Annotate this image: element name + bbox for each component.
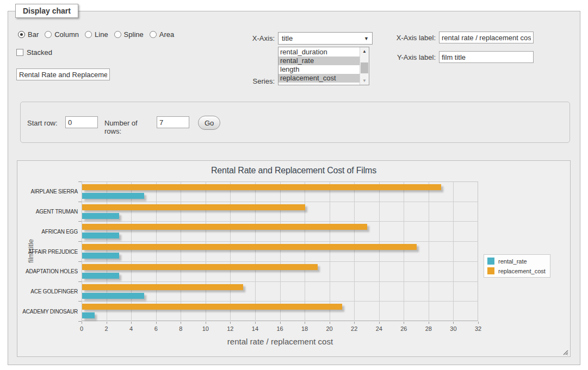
x-tick-label: 8 (174, 325, 188, 332)
chart-type-option-label: Area (159, 30, 174, 39)
series-label: Series: (215, 77, 275, 85)
gridline-horizontal (82, 241, 478, 242)
stacked-checkbox[interactable] (16, 49, 23, 56)
radio-icon (18, 31, 25, 38)
chart-type-option-area[interactable]: Area (150, 30, 174, 39)
y-tick-mark (78, 241, 82, 242)
x-axis-label-input[interactable] (439, 32, 534, 43)
legend-row: rental_rate (487, 258, 546, 265)
bar-replacement_cost (82, 284, 243, 290)
chart-resize-handle[interactable] (562, 349, 568, 355)
series-option-replacement_cost[interactable]: replacement_cost (278, 74, 360, 83)
x-axis-label-field-label: X-Axis label: (383, 34, 436, 42)
x-tick-label: 16 (273, 325, 287, 332)
scroll-up-icon[interactable]: ▲ (360, 47, 369, 55)
bar-replacement_cost (82, 224, 367, 230)
x-tick-mark (280, 322, 281, 324)
bar-replacement_cost (82, 264, 318, 270)
radio-icon (150, 31, 157, 38)
x-tick-mark (330, 322, 330, 324)
series-option-rental_rate[interactable]: rental_rate (278, 57, 360, 65)
category-label: ADAPTATION HOLES (22, 268, 78, 274)
chart-area: Rental Rate and Replacement Cost of Film… (17, 160, 571, 357)
x-tick-mark (131, 322, 132, 324)
series-listbox-options: rental_durationrental_ratelengthreplacem… (278, 47, 360, 85)
gridline-vertical (131, 181, 132, 321)
y-tick-mark (78, 181, 82, 182)
x-tick-mark (305, 322, 305, 324)
series-listbox-scrollbar[interactable]: ▲ ▼ (360, 47, 369, 85)
x-tick-mark (404, 322, 404, 324)
x-tick-label: 26 (397, 325, 411, 332)
gridline-vertical (453, 181, 454, 321)
category-label: AGENT TRUMAN (22, 209, 78, 215)
scroll-down-icon[interactable]: ▼ (360, 77, 369, 85)
legend-swatch-replacement_cost (487, 267, 494, 274)
x-tick-mark (181, 322, 181, 324)
y-tick-mark (78, 281, 82, 282)
series-option-rental_duration[interactable]: rental_duration (278, 48, 360, 57)
y-tick-mark (78, 301, 82, 302)
stacked-label: Stacked (27, 48, 52, 57)
bar-rental_rate (82, 293, 144, 299)
y-axis-label-input[interactable] (439, 51, 534, 63)
chart-type-option-label: Spline (124, 30, 144, 39)
bar-rental_rate (82, 233, 119, 239)
chart-type-option-label: Line (95, 30, 108, 39)
radio-icon (85, 31, 92, 38)
gridline-vertical (354, 181, 355, 321)
series-option-length[interactable]: length (278, 65, 360, 74)
chart-type-option-line[interactable]: Line (85, 30, 108, 39)
gridline-vertical (280, 181, 281, 321)
x-tick-mark (354, 322, 355, 324)
gridline-vertical (206, 181, 206, 321)
chart-type-option-bar[interactable]: Bar (18, 30, 39, 39)
bar-rental_rate (82, 312, 95, 318)
x-tick-label: 10 (199, 325, 213, 332)
gridline-vertical (429, 181, 429, 321)
x-tick-label: 22 (347, 325, 361, 332)
x-tick-label: 24 (372, 325, 386, 332)
y-tick-mark (78, 221, 82, 222)
x-axis-select-value: title (282, 34, 364, 42)
stacked-row: Stacked (16, 48, 52, 57)
x-tick-mark (255, 322, 256, 324)
x-tick-mark (206, 322, 206, 324)
y-tick-mark (78, 321, 82, 322)
x-tick-mark (379, 322, 380, 324)
bar-rental_rate (82, 273, 119, 279)
go-button[interactable]: Go (198, 116, 220, 130)
chart-type-group: BarColumnLineSplineArea (18, 30, 174, 39)
gridline-horizontal (82, 221, 478, 222)
x-axis-select[interactable]: title ▼ (278, 32, 373, 45)
start-row-label: Start row: (27, 119, 61, 127)
chart-type-option-spline[interactable]: Spline (114, 30, 144, 39)
num-rows-label: Number of rows: (104, 119, 156, 135)
x-tick-mark (107, 322, 107, 324)
series-listbox[interactable]: rental_durationrental_ratelengthreplacem… (278, 47, 369, 85)
chart-type-option-label: Column (54, 30, 79, 39)
category-label: ACE GOLDFINGER (22, 289, 78, 294)
category-label: ACADEMY DINOSAUR (22, 309, 78, 315)
chart-type-option-column[interactable]: Column (45, 30, 79, 39)
x-tick-mark (478, 322, 479, 324)
start-row-input[interactable] (65, 116, 98, 128)
bar-replacement_cost (82, 184, 441, 190)
gridline-vertical (330, 181, 330, 321)
num-rows-input[interactable] (157, 116, 189, 128)
x-tick-label: 0 (75, 325, 89, 332)
category-label: AIRPLANE SIERRA (22, 189, 78, 195)
x-tick-label: 4 (124, 325, 138, 332)
gridline-vertical (404, 181, 404, 321)
y-tick-mark (78, 261, 82, 262)
x-tick-mark (156, 322, 157, 324)
x-tick-label: 14 (248, 325, 262, 332)
chevron-down-icon: ▼ (364, 36, 369, 41)
gridline-vertical (107, 181, 107, 321)
x-tick-mark (453, 322, 454, 324)
scrollbar-thumb[interactable] (361, 62, 368, 73)
chart-title-input[interactable] (16, 68, 110, 80)
rows-panel: Start row: Number of rows: Go (20, 102, 570, 143)
bar-rental_rate (82, 213, 119, 219)
legend-label: rental_rate (498, 258, 527, 265)
